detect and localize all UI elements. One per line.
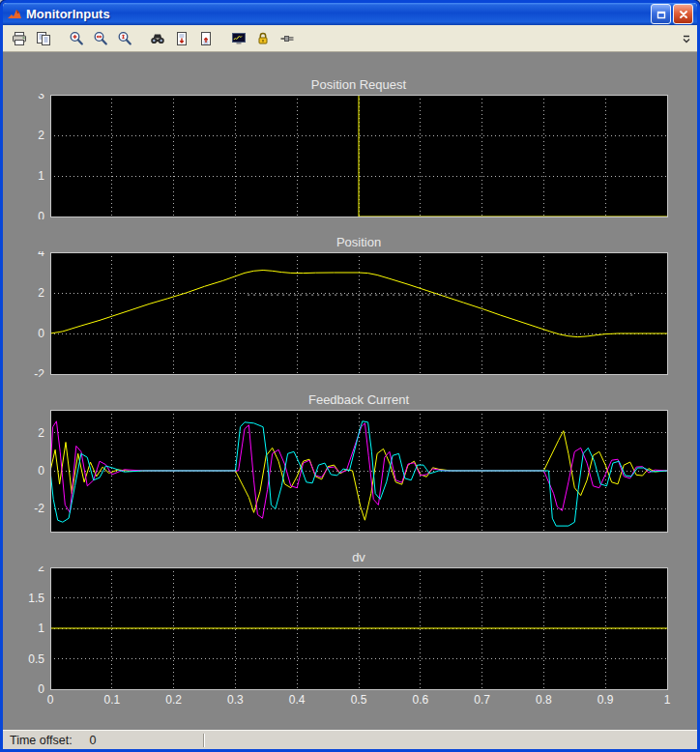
svg-text:0: 0 (47, 693, 54, 707)
svg-text:4: 4 (38, 251, 44, 259)
plot-title-dv: dv (50, 550, 667, 566)
svg-text:1.5: 1.5 (28, 592, 44, 605)
print-icon (12, 31, 27, 46)
window-close-icon (678, 9, 689, 20)
signal-selection-button[interactable] (276, 28, 298, 49)
scope-plots-area: Position Request0123Position-2024Feedbac… (3, 52, 697, 730)
status-panel-divider (203, 734, 205, 747)
plot-title-feedback-current: Feedback Current (50, 392, 667, 409)
zoom-icon (69, 31, 84, 46)
window-buttons (649, 4, 693, 24)
plot-title-position-request: Position Request (50, 77, 667, 94)
svg-text:0.2: 0.2 (165, 693, 182, 707)
svg-text:0.6: 0.6 (412, 693, 428, 707)
toolbar-overflow-icon (682, 31, 691, 46)
parameters-button[interactable] (32, 28, 54, 49)
svg-text:0.7: 0.7 (474, 693, 490, 707)
svg-text:0.8: 0.8 (536, 693, 552, 707)
floating-scope-button[interactable] (227, 28, 249, 49)
svg-text:0: 0 (38, 682, 44, 696)
restore-axes-settings-icon (198, 31, 214, 46)
matlab-app-icon (7, 7, 22, 22)
time-offset-label: Time offset: (10, 734, 73, 747)
autoscale-icon (150, 31, 165, 46)
svg-text:0.4: 0.4 (289, 693, 306, 707)
svg-text:0.3: 0.3 (227, 693, 244, 707)
zoom-button[interactable] (65, 28, 87, 49)
toolbar-separator (136, 25, 145, 51)
window-close-button[interactable] (673, 4, 693, 24)
svg-text:0: 0 (38, 464, 44, 477)
toolbar-separator (218, 25, 226, 51)
plot-axes-position[interactable]: -2024 (6, 251, 683, 377)
plot-dv: dv00.511.5200.10.20.30.40.50.60.70.80.91 (6, 550, 683, 711)
plot-axes-dv[interactable]: 00.511.5200.10.20.30.40.50.60.70.80.91 (6, 566, 683, 711)
plot-position-request: Position Request0123 (6, 77, 683, 219)
signal-selection-icon (279, 31, 295, 46)
window-maximize-button[interactable] (651, 4, 671, 24)
plot-title-position: Position (50, 235, 667, 251)
svg-text:1: 1 (38, 169, 44, 183)
zoom-x-button[interactable] (89, 28, 111, 49)
window-title: MonitorInputs (26, 7, 649, 21)
toolbar-separator (55, 25, 64, 51)
window-maximize-icon (656, 9, 667, 20)
zoom-y-button[interactable] (113, 28, 135, 49)
svg-text:3: 3 (38, 94, 44, 101)
toolbar (3, 25, 697, 52)
svg-text:0.1: 0.1 (103, 693, 120, 707)
svg-text:1: 1 (38, 622, 44, 635)
save-axes-settings-button[interactable] (170, 28, 192, 49)
svg-text:-2: -2 (34, 502, 44, 515)
svg-text:2: 2 (38, 566, 44, 574)
svg-text:0: 0 (38, 210, 44, 219)
plot-position: Position-2024 (6, 235, 683, 377)
svg-text:-2: -2 (34, 367, 44, 377)
scope-window: MonitorInputs Position Request0123Positi… (0, 0, 700, 752)
zoom-y-icon (117, 31, 132, 46)
plot-axes-position-request[interactable]: 0123 (6, 94, 683, 219)
restore-axes-settings-button[interactable] (194, 28, 217, 49)
status-bar: Time offset: 0 (3, 730, 697, 749)
svg-text:0.5: 0.5 (351, 693, 367, 707)
save-axes-settings-icon (174, 31, 190, 46)
toolbar-overflow-button[interactable] (680, 28, 693, 49)
svg-text:1: 1 (664, 693, 671, 707)
print-button[interactable] (8, 28, 30, 49)
svg-text:0: 0 (38, 327, 44, 340)
autoscale-button[interactable] (146, 28, 168, 49)
svg-text:2: 2 (38, 426, 44, 440)
plot-axes-feedback-current[interactable]: -202 (6, 409, 683, 535)
zoom-x-icon (93, 31, 108, 46)
svg-text:2: 2 (38, 286, 44, 300)
lock-axes-icon (255, 31, 271, 46)
svg-text:2: 2 (38, 129, 44, 142)
lock-axes-button[interactable] (251, 28, 274, 49)
svg-text:0.9: 0.9 (598, 693, 614, 707)
plot-feedback-current: Feedback Current-202 (6, 392, 683, 535)
svg-text:0.5: 0.5 (28, 652, 44, 666)
parameters-icon (36, 31, 51, 46)
time-offset-value: 0 (90, 734, 97, 747)
floating-scope-icon (231, 31, 247, 46)
titlebar[interactable]: MonitorInputs (3, 3, 697, 25)
